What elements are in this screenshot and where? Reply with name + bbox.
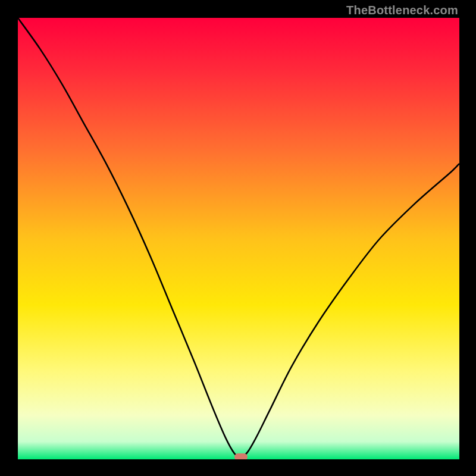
chart-frame: TheBottleneck.com xyxy=(0,0,476,476)
curve-path xyxy=(18,18,459,457)
bottleneck-curve xyxy=(18,18,459,459)
optimal-point-marker xyxy=(234,453,248,459)
watermark-text: TheBottleneck.com xyxy=(346,4,458,17)
plot-area xyxy=(18,18,459,459)
